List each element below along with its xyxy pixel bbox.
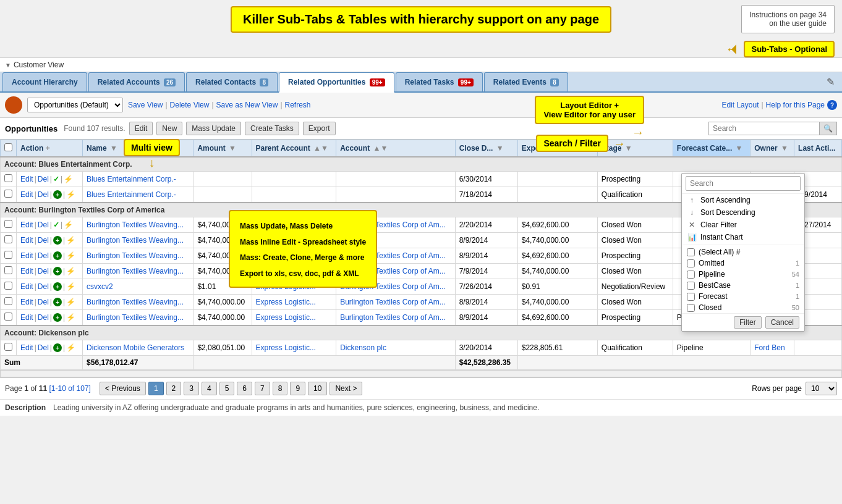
filter-search-input[interactable] bbox=[686, 176, 801, 191]
filter-option-bestcase[interactable]: BestCase 1 bbox=[682, 280, 804, 291]
plus-icon[interactable]: + bbox=[53, 236, 62, 245]
tab-related-tasks[interactable]: Related Tasks 99+ bbox=[396, 72, 483, 91]
mass-update-button[interactable]: Mass Update bbox=[186, 122, 241, 135]
parent-link[interactable]: Express Logistic... bbox=[256, 313, 316, 322]
row-checkbox[interactable] bbox=[4, 343, 12, 351]
check-forecast[interactable] bbox=[687, 293, 695, 301]
bolt-icon[interactable]: ⚡ bbox=[64, 175, 73, 183]
record-name-link[interactable]: Burlington Textiles Weaving... bbox=[87, 267, 184, 275]
plus-icon[interactable]: + bbox=[53, 313, 62, 322]
page-7-button[interactable]: 7 bbox=[255, 382, 270, 395]
bolt-icon[interactable]: ⚡ bbox=[66, 313, 75, 322]
amount-sort-icon[interactable]: ▼ bbox=[229, 144, 236, 153]
row-checkbox[interactable] bbox=[4, 235, 12, 243]
plus-icon[interactable]: + bbox=[53, 298, 62, 306]
plus-icon[interactable]: + bbox=[53, 190, 62, 199]
sort-ascending-option[interactable]: ↑ Sort Ascending bbox=[682, 194, 804, 206]
del-link[interactable]: Del bbox=[38, 251, 49, 260]
row-checkbox[interactable] bbox=[4, 282, 12, 290]
view-dropdown[interactable]: Opportunities (Default) bbox=[27, 98, 123, 112]
tab-related-opportunities[interactable]: Related Opportunities 99+ bbox=[279, 72, 394, 93]
page-6-button[interactable]: 6 bbox=[237, 382, 252, 395]
record-name-link[interactable]: Burlington Textiles Weaving... bbox=[87, 236, 184, 245]
bolt-icon[interactable]: ⚡ bbox=[66, 298, 75, 306]
edit-button[interactable]: Edit bbox=[129, 122, 153, 135]
edit-link[interactable]: Edit bbox=[20, 190, 33, 199]
del-link[interactable]: Del bbox=[38, 236, 49, 245]
row-checkbox[interactable] bbox=[4, 190, 12, 198]
record-name-link[interactable]: Blues Entertainment Corp.- bbox=[87, 190, 176, 199]
bolt-icon[interactable]: ⚡ bbox=[66, 267, 75, 275]
new-button[interactable]: New bbox=[156, 122, 182, 135]
filter-option-pipeline[interactable]: Pipeline 54 bbox=[682, 269, 804, 280]
edit-link[interactable]: Edit bbox=[20, 298, 33, 306]
account-link[interactable]: Dickenson plc bbox=[340, 343, 386, 352]
plus-icon[interactable]: + bbox=[53, 267, 62, 275]
del-link[interactable]: Del bbox=[38, 175, 49, 183]
name-sort-icon[interactable]: ▼ bbox=[110, 144, 117, 153]
del-link[interactable]: Del bbox=[38, 343, 49, 352]
edit-link[interactable]: Edit bbox=[20, 313, 33, 322]
account-link[interactable]: Burlington Textiles Corp of Am... bbox=[340, 298, 446, 306]
edit-link[interactable]: Edit bbox=[20, 282, 33, 291]
tab-account-hierarchy[interactable]: Account Hierarchy bbox=[2, 72, 87, 91]
row-checkbox[interactable] bbox=[4, 266, 12, 274]
page-4-button[interactable]: 4 bbox=[202, 382, 217, 395]
edit-link[interactable]: Edit bbox=[20, 175, 33, 183]
page-5-button[interactable]: 5 bbox=[219, 382, 235, 395]
record-name-link[interactable]: Burlington Textiles Weaving... bbox=[87, 313, 184, 322]
check-bestcase[interactable] bbox=[687, 282, 695, 290]
export-button[interactable]: Export bbox=[303, 122, 336, 135]
del-link[interactable]: Del bbox=[38, 298, 49, 306]
refresh-link[interactable]: Refresh bbox=[285, 101, 311, 109]
del-link[interactable]: Del bbox=[38, 282, 49, 291]
bolt-icon[interactable]: ⚡ bbox=[66, 190, 75, 199]
edit-layout-link[interactable]: Edit Layout bbox=[721, 101, 759, 109]
tab-related-events[interactable]: Related Events 8 bbox=[484, 72, 568, 91]
help-icon[interactable]: ? bbox=[827, 100, 837, 110]
horizontal-scrollbar[interactable] bbox=[0, 370, 842, 377]
page-10-button[interactable]: 10 bbox=[308, 382, 327, 395]
check-pipeline[interactable] bbox=[687, 271, 695, 279]
check-icon[interactable]: ✓ bbox=[53, 220, 59, 229]
page-8-button[interactable]: 8 bbox=[273, 382, 288, 395]
account-link[interactable]: Burlington Textiles Corp of Am... bbox=[340, 313, 446, 322]
parent-sort-icon[interactable]: ▲▼ bbox=[313, 144, 328, 153]
record-name-link[interactable]: Burlington Textiles Weaving... bbox=[87, 298, 184, 306]
plus-icon[interactable]: + bbox=[53, 343, 62, 352]
record-name-link[interactable]: csvxcv2 bbox=[87, 282, 113, 291]
check-closed[interactable] bbox=[687, 304, 695, 312]
page-2-button[interactable]: 2 bbox=[166, 382, 182, 395]
edit-link[interactable]: Edit bbox=[20, 343, 33, 352]
filter-cancel-button[interactable]: Cancel bbox=[765, 316, 799, 329]
row-checkbox[interactable] bbox=[4, 297, 12, 305]
filter-apply-button[interactable]: Filter bbox=[734, 316, 762, 329]
sort-descending-option[interactable]: ↓ Sort Descending bbox=[682, 206, 804, 219]
check-select-all[interactable] bbox=[687, 248, 695, 256]
edit-link[interactable]: Edit bbox=[20, 220, 33, 229]
parent-link[interactable]: Express Logistic... bbox=[256, 343, 316, 352]
bolt-icon[interactable]: ⚡ bbox=[66, 236, 75, 245]
parent-link[interactable]: Express Logistic... bbox=[256, 298, 316, 306]
del-link[interactable]: Del bbox=[38, 267, 49, 275]
add-col-icon[interactable]: + bbox=[46, 144, 50, 153]
record-name-link[interactable]: Dickenson Mobile Generators bbox=[87, 343, 184, 352]
bolt-icon[interactable]: ⚡ bbox=[64, 220, 73, 229]
next-button[interactable]: Next > bbox=[330, 382, 362, 395]
del-link[interactable]: Del bbox=[38, 220, 49, 229]
close-sort-icon[interactable]: ▼ bbox=[496, 144, 504, 153]
select-all-checkbox[interactable] bbox=[4, 143, 12, 151]
row-checkbox[interactable] bbox=[4, 174, 12, 182]
filter-option-closed[interactable]: Closed 50 bbox=[682, 302, 804, 313]
tab-related-accounts[interactable]: Related Accounts 26 bbox=[88, 72, 185, 91]
tab-related-contacts[interactable]: Related Contacts 8 bbox=[186, 72, 278, 91]
page-1-button[interactable]: 1 bbox=[148, 382, 164, 395]
rows-per-page-select[interactable]: 10 25 50 100 bbox=[806, 382, 837, 395]
forecast-sort-icon[interactable]: ▼ bbox=[736, 144, 743, 153]
bolt-icon[interactable]: ⚡ bbox=[66, 343, 75, 352]
page-9-button[interactable]: 9 bbox=[290, 382, 305, 395]
tab-edit-icon[interactable]: ✎ bbox=[822, 72, 840, 91]
row-checkbox[interactable] bbox=[4, 313, 12, 321]
search-input[interactable] bbox=[708, 122, 820, 135]
clear-filter-option[interactable]: ✕ Clear Filter bbox=[682, 219, 804, 231]
